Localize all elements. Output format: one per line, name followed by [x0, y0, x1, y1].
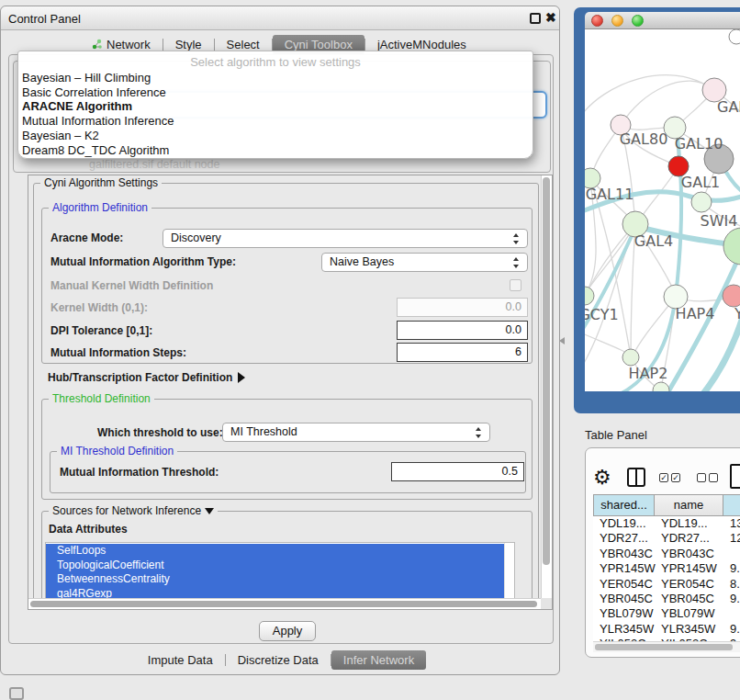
network-tab-icon	[92, 39, 103, 50]
node-label: GAL4	[634, 232, 673, 250]
threshold-definition-title: Threshold Definition	[49, 392, 154, 405]
node-label: SWI4	[701, 212, 738, 230]
checked-checkbox-icon[interactable]: ✓	[671, 473, 680, 482]
algorithm-option[interactable]: Bayesian – Hill Climbing	[22, 71, 529, 85]
bottom-tabs: Impute DataDiscretize DataInfer Network	[1, 650, 561, 670]
settings-vertical-scrollbar[interactable]	[541, 175, 552, 600]
mi-type-combo[interactable]: Naive Bayes	[321, 253, 528, 272]
network-node[interactable]	[723, 228, 740, 265]
mi-steps-field[interactable]: 6	[397, 343, 528, 362]
hub-factor-definition-toggle[interactable]: Hub/Transcription Factor Definition	[48, 371, 245, 384]
network-node[interactable]	[729, 29, 740, 44]
table-row[interactable]: YER054CYER054C8.	[593, 577, 740, 592]
checked-checkbox-icon[interactable]: ✓	[659, 473, 668, 482]
close-icon[interactable]: ✖	[545, 10, 556, 25]
node-label: HAP4	[676, 305, 715, 322]
algorithm-option[interactable]: Mutual Information Inference	[22, 114, 529, 129]
collapse-arrow-icon	[205, 508, 214, 514]
mi-threshold-field[interactable]: 0.5	[391, 462, 524, 481]
which-threshold-combo[interactable]: MI Threshold	[222, 423, 490, 442]
node-label: Y	[734, 305, 740, 322]
network-canvas[interactable]: GALGAL80GAL10GAL1GAL11SWI4GAL4GCY1HAP4YH…	[585, 29, 740, 391]
combo-arrows-icon	[513, 256, 521, 269]
node-label: GAL80	[620, 130, 668, 148]
kernel-width-field[interactable]: 0.0	[397, 298, 528, 317]
control-panel-title: Control Panel	[8, 12, 81, 26]
network-node[interactable]	[622, 349, 639, 366]
unchecked-checkbox-icon[interactable]	[697, 473, 706, 482]
bottom-tab-infer-network[interactable]: Infer Network	[331, 650, 426, 670]
data-attributes-list[interactable]: SelfLoopsTopologicalCoefficientBetweenne…	[45, 542, 515, 602]
node-label: GAL11	[586, 186, 634, 203]
network-node[interactable]	[723, 285, 740, 307]
mi-threshold-definition-title: MI Threshold Definition	[57, 445, 177, 457]
attribute-item[interactable]: TopologicalCoefficient	[46, 559, 504, 573]
table-row[interactable]: YLR345WYLR345W9.	[593, 622, 740, 637]
algorithm-option[interactable]: Dream8 DC_TDC Algorithm	[22, 143, 529, 158]
algorithm-option[interactable]: ARACNE Algorithm	[22, 99, 529, 114]
network-window-titlebar[interactable]	[585, 12, 740, 29]
combo-arrows-icon	[476, 426, 483, 439]
grid-corner-icon[interactable]	[9, 687, 24, 700]
attr-list-scrollbar[interactable]	[504, 543, 514, 601]
popup-header: Select algorithm to view settings	[18, 55, 533, 69]
which-threshold-label: Which threshold to use:	[97, 426, 223, 439]
float-window-icon[interactable]	[530, 13, 541, 24]
popup-item-list: Bayesian – Hill ClimbingBasic Correlatio…	[22, 71, 529, 157]
algorithm-dropdown-popup: Select algorithm to view settings Bayesi…	[17, 51, 533, 159]
attribute-item[interactable]: BetweennessCentrality	[46, 572, 504, 587]
aracne-mode-combo[interactable]: Discovery	[163, 229, 528, 248]
table-row[interactable]: YPR145WYPR145W9.	[593, 561, 740, 576]
unchecked-checkbox-icon[interactable]	[709, 473, 718, 482]
close-traffic-light[interactable]	[591, 15, 603, 27]
page-icon[interactable]	[730, 464, 740, 489]
algorithm-definition-group: Algorithm Definition Aracne Mode: Discov…	[41, 208, 533, 364]
minimize-traffic-light[interactable]	[611, 15, 623, 27]
control-panel-window: Control Panel ✖ NetworkStyleSelectCyni T…	[0, 6, 560, 675]
apply-button[interactable]: Apply	[259, 621, 316, 641]
mi-steps-label: Mutual Information Steps:	[50, 346, 186, 359]
mi-threshold-definition-group: MI Threshold Definition Mutual Informati…	[50, 451, 526, 493]
sources-title[interactable]: Sources for Network Inference	[49, 504, 218, 517]
expand-arrow-icon	[238, 372, 245, 383]
table-row[interactable]: YBR045CYBR045C9.	[593, 592, 740, 606]
table-panel: ⚙ ✓ ✓ shared...name YDL19...YDL19...13YD…	[585, 447, 740, 658]
columns-icon[interactable]	[627, 468, 645, 487]
sources-group: Sources for Network Inference Data Attri…	[41, 511, 533, 610]
gear-icon[interactable]: ⚙	[593, 469, 611, 487]
table-row[interactable]: YBL079WYBL079W	[593, 606, 740, 621]
column-header[interactable]	[723, 494, 740, 516]
table-panel-title: Table Panel	[585, 428, 647, 442]
cyni-settings-title: Cyni Algorithm Settings	[40, 176, 162, 189]
node-label: HAP2	[629, 365, 668, 382]
network-node[interactable]	[691, 192, 712, 212]
zoom-traffic-light[interactable]	[632, 15, 644, 27]
bottom-tab-impute-data[interactable]: Impute Data	[136, 650, 225, 670]
table-horizontal-scrollbar[interactable]	[593, 641, 740, 652]
table-rows: YDL19...YDL19...13YDR27...YDR27...12YBR0…	[593, 516, 740, 641]
table-row[interactable]: YDR27...YDR27...12	[593, 531, 740, 546]
attribute-item[interactable]: SelfLoops	[46, 544, 504, 559]
network-view-window: GALGAL80GAL10GAL1GAL11SWI4GAL4GCY1HAP4YH…	[574, 7, 740, 413]
aracne-mode-label: Aracne Mode:	[50, 231, 123, 244]
column-header[interactable]: shared...	[593, 494, 655, 516]
mi-type-label: Mutual Information Algorithm Type:	[50, 255, 236, 268]
settings-scrollpane: Cyni Algorithm Settings Algorithm Defini…	[28, 175, 553, 610]
network-node[interactable]	[585, 287, 594, 305]
splitter-arrow-icon[interactable]	[559, 337, 565, 344]
bottom-tab-discretize-data[interactable]: Discretize Data	[226, 650, 331, 670]
data-attributes-label: Data Attributes	[49, 523, 128, 536]
dpi-tolerance-field[interactable]: 0.0	[397, 321, 528, 340]
kernel-width-label: Kernel Width (0,1):	[50, 301, 148, 314]
manual-kernel-checkbox[interactable]	[510, 279, 521, 291]
table-row[interactable]: YBR043CYBR043C	[593, 547, 740, 561]
settings-horizontal-scrollbar[interactable]	[28, 598, 543, 609]
table-row[interactable]: YDL19...YDL19...13	[593, 516, 740, 531]
algorithm-option[interactable]: Basic Correlation Inference	[22, 85, 529, 100]
manual-kernel-label: Manual Kernel Width Definition	[50, 279, 213, 292]
column-header[interactable]: name	[655, 494, 723, 516]
network-edge[interactable]	[622, 81, 714, 123]
network-node[interactable]	[653, 382, 669, 391]
algorithm-option[interactable]: Bayesian – K2	[22, 129, 529, 143]
control-panel-titlebar[interactable]: Control Panel ✖	[1, 6, 559, 30]
